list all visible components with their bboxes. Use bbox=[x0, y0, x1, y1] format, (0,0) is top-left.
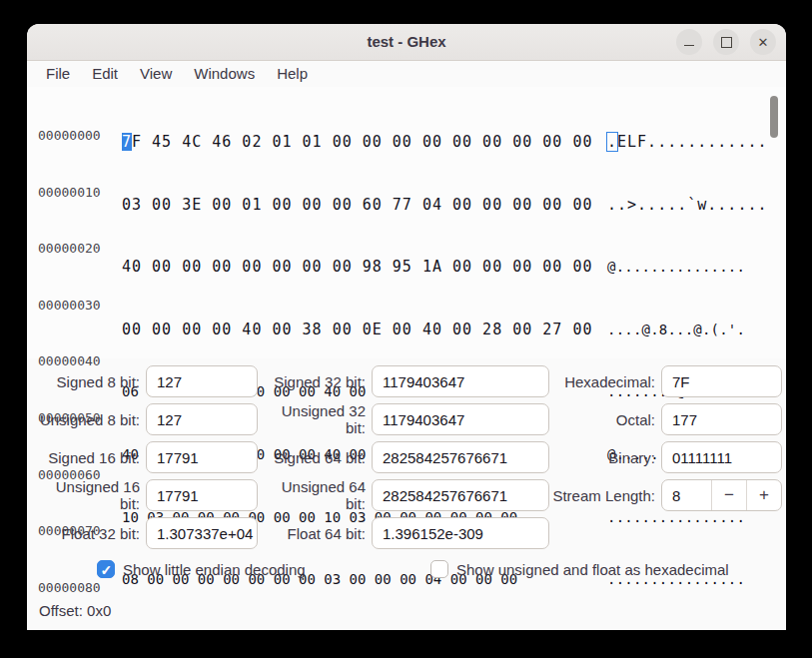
menu-windows[interactable]: Windows bbox=[183, 61, 266, 87]
float-64bit-label: Float 64 bit: bbox=[261, 525, 366, 542]
octal-label: Octal: bbox=[550, 411, 655, 428]
menu-help[interactable]: Help bbox=[266, 61, 319, 87]
maximize-button[interactable] bbox=[713, 29, 739, 55]
hex-row[interactable]: 40 00 00 00 00 00 00 00 98 95 1A 00 00 0… bbox=[122, 254, 592, 281]
close-icon: ✕ bbox=[758, 36, 769, 49]
binary-label: Binary: bbox=[550, 449, 655, 466]
offset-label: 00000000 bbox=[38, 123, 101, 150]
unsigned-64bit-label: Unsigned 64 bit: bbox=[261, 478, 366, 512]
offset-label: 00000010 bbox=[38, 180, 101, 207]
ascii-row[interactable]: .ELF............ bbox=[607, 129, 768, 156]
offset-label: 00000080 bbox=[38, 575, 101, 602]
hexadecimal-label: Hexadecimal: bbox=[550, 373, 655, 390]
signed-32bit-label: Signed 32 bit: bbox=[261, 373, 366, 390]
unsigned-8bit-field[interactable]: 127 bbox=[146, 403, 258, 435]
window-title: test - GHex bbox=[27, 24, 786, 60]
hex-row[interactable]: 50 03 00 00 00 00 00 00 50 03 00 00 00 0… bbox=[122, 629, 592, 630]
float-32bit-field[interactable]: 1.307337e+04 bbox=[146, 517, 258, 549]
stream-length-value[interactable]: 8 bbox=[662, 487, 711, 504]
stream-length-stepper: 8 − + bbox=[661, 479, 782, 511]
minimize-button[interactable] bbox=[676, 29, 702, 55]
titlebar[interactable]: test - GHex ✕ bbox=[27, 24, 786, 61]
conversion-column-3: Hexadecimal: 7F Octal: 177 Binary: 01111… bbox=[550, 364, 782, 512]
little-endian-checkbox[interactable] bbox=[97, 560, 115, 578]
ascii-row[interactable]: ....@.8...@.(.'. bbox=[607, 317, 768, 343]
unsigned-32bit-field[interactable]: 1179403647 bbox=[372, 403, 549, 435]
offset-label: 00000030 bbox=[38, 293, 101, 320]
signed-16bit-field[interactable]: 17791 bbox=[146, 441, 258, 473]
ascii-row[interactable]: P.......P....... bbox=[607, 629, 768, 630]
menu-file[interactable]: File bbox=[35, 61, 81, 87]
octal-field[interactable]: 177 bbox=[661, 403, 782, 435]
hex-editor-view[interactable]: 00000000 00000010 00000020 00000030 0000… bbox=[27, 87, 786, 358]
status-offset: Offset: 0x0 bbox=[39, 602, 111, 619]
ghex-window: test - GHex ✕ File Edit View Windows Hel… bbox=[27, 24, 786, 630]
little-endian-option[interactable]: Show little endian decoding bbox=[97, 560, 306, 578]
signed-64bit-label: Signed 64 bit: bbox=[261, 449, 366, 466]
hex-row[interactable]: 03 00 3E 00 01 00 00 00 60 77 04 00 00 0… bbox=[122, 192, 592, 219]
signed-64bit-field[interactable]: 282584257676671 bbox=[372, 441, 549, 473]
unsigned-float-hex-label: Show unsigned and float as hexadecimal bbox=[456, 561, 729, 578]
binary-field[interactable]: 01111111 bbox=[661, 441, 782, 473]
unsigned-16bit-field[interactable]: 17791 bbox=[146, 479, 258, 511]
float-64bit-field[interactable]: 1.396152e-309 bbox=[372, 517, 549, 549]
unsigned-32bit-label: Unsigned 32 bit: bbox=[261, 402, 366, 436]
maximize-icon bbox=[721, 37, 732, 48]
window-controls: ✕ bbox=[676, 29, 776, 55]
stream-length-increase-button[interactable]: + bbox=[746, 480, 781, 510]
unsigned-16bit-label: Unsigned 16 bit: bbox=[35, 478, 140, 512]
unsigned-float-hex-option[interactable]: Show unsigned and float as hexadecimal bbox=[430, 560, 729, 578]
float-32bit-label: Float 32 bit: bbox=[35, 525, 140, 542]
signed-32bit-field[interactable]: 1179403647 bbox=[372, 365, 549, 397]
hexadecimal-field[interactable]: 7F bbox=[661, 365, 782, 397]
stream-length-label: Stream Length: bbox=[550, 487, 655, 504]
minus-icon: − bbox=[724, 485, 734, 505]
conversion-column-2: Signed 32 bit: 1179403647 Unsigned 32 bi… bbox=[261, 364, 549, 550]
hex-row[interactable]: 7F 45 4C 46 02 01 01 00 00 00 00 00 00 0… bbox=[122, 129, 592, 156]
little-endian-label: Show little endian decoding bbox=[123, 561, 306, 578]
signed-8bit-label: Signed 8 bit: bbox=[35, 373, 140, 390]
signed-8bit-field[interactable]: 127 bbox=[146, 365, 258, 397]
offset-label: 00000020 bbox=[38, 236, 101, 263]
unsigned-64bit-field[interactable]: 282584257676671 bbox=[372, 479, 549, 511]
ascii-column[interactable]: .ELF............ ..>.....`w...... @.....… bbox=[607, 93, 768, 630]
menu-view[interactable]: View bbox=[129, 61, 183, 87]
vertical-scrollbar[interactable] bbox=[770, 96, 778, 138]
unsigned-float-hex-checkbox[interactable] bbox=[430, 560, 448, 578]
ascii-row[interactable]: ..>.....`w...... bbox=[607, 192, 768, 219]
hex-row[interactable]: 00 00 00 00 40 00 38 00 0E 00 40 00 28 0… bbox=[122, 317, 592, 343]
unsigned-8bit-label: Unsigned 8 bit: bbox=[35, 411, 140, 428]
ascii-row[interactable]: @............... bbox=[607, 254, 768, 281]
stream-length-decrease-button[interactable]: − bbox=[711, 480, 746, 510]
plus-icon: + bbox=[759, 485, 769, 505]
menubar: File Edit View Windows Help bbox=[27, 61, 786, 87]
menu-edit[interactable]: Edit bbox=[81, 61, 129, 87]
minimize-icon bbox=[684, 45, 694, 46]
signed-16bit-label: Signed 16 bit: bbox=[35, 449, 140, 466]
close-button[interactable]: ✕ bbox=[750, 29, 776, 55]
conversion-column-1: Signed 8 bit: 127 Unsigned 8 bit: 127 Si… bbox=[35, 364, 258, 550]
